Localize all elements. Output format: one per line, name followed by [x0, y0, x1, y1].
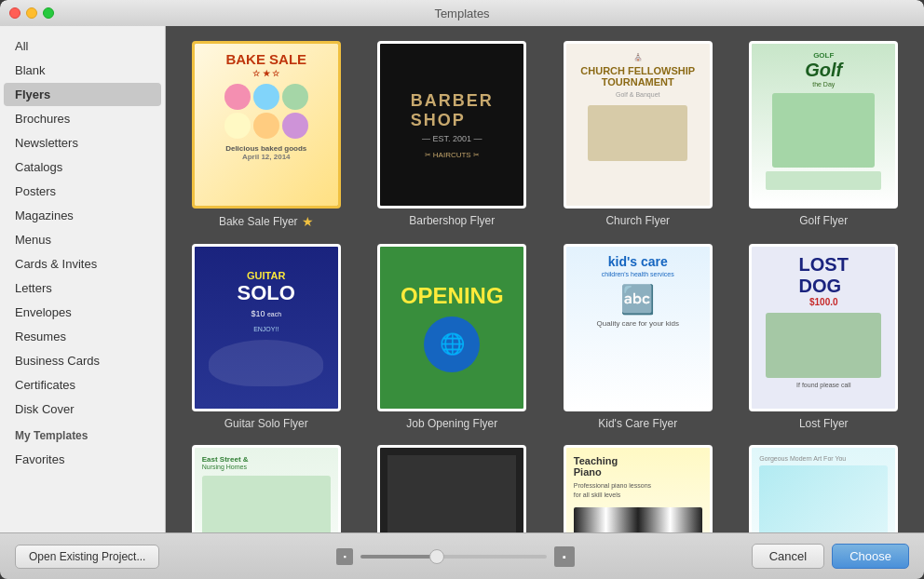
- thumbnail-size-slider[interactable]: [360, 555, 547, 559]
- sidebar-item-envelopes[interactable]: Envelopes: [4, 301, 161, 324]
- sidebar-item-newsletters[interactable]: Newsletters: [4, 131, 161, 155]
- template-thumbnail-lost: LOSTDOG $100.0 If found please call: [749, 244, 898, 411]
- template-card-nursing[interactable]: East Street & Nursing Homes Professional…: [181, 445, 352, 532]
- sidebar: AllBlankFlyersBrochuresNewslettersCatalo…: [0, 26, 166, 532]
- template-name-golf: Golf Flyer: [799, 214, 848, 227]
- window-controls: [9, 7, 54, 19]
- sidebar-item-blank[interactable]: Blank: [4, 59, 161, 82]
- large-thumb-icon: ▪: [554, 546, 575, 567]
- minimize-button[interactable]: [26, 7, 37, 19]
- sidebar-item-menus[interactable]: Menus: [4, 228, 161, 251]
- sidebar-item-my-templates[interactable]: My Templates: [4, 424, 161, 447]
- template-card-bake-sale[interactable]: BAKE SALE ☆ ★ ☆ Delicious baked goods Ap…: [181, 41, 352, 229]
- main-content: AllBlankFlyersBrochuresNewslettersCatalo…: [0, 26, 924, 532]
- sidebar-item-disk-cover[interactable]: Disk Cover: [4, 397, 161, 421]
- template-thumbnail-barbershop: BARBERSHOP — EST. 2001 — ✂ HAIRCUTS ✂: [377, 41, 526, 209]
- small-thumb-icon: ▪: [336, 548, 353, 565]
- template-card-barbershop[interactable]: BARBERSHOP — EST. 2001 — ✂ HAIRCUTS ✂ Ba…: [367, 41, 538, 229]
- action-buttons: Cancel Choose: [752, 544, 909, 569]
- sidebar-item-resumes[interactable]: Resumes: [4, 325, 161, 348]
- template-card-modern-art[interactable]: Gorgeous Modern Art For You Contemporary…: [739, 445, 910, 532]
- template-name-bake-sale: Bake Sale Flyer★: [219, 214, 314, 229]
- close-button[interactable]: [9, 7, 20, 19]
- titlebar: Templates: [0, 0, 924, 26]
- template-thumbnail-job-opening: OPENING 🌐: [377, 244, 526, 411]
- template-thumbnail-golf: GOLF Golf the Day: [749, 41, 898, 209]
- sidebar-item-all[interactable]: All: [4, 34, 161, 58]
- template-thumbnail-church: ⛪ CHURCH FELLOWSHIPTOURNAMENT Golf & Ban…: [564, 41, 713, 209]
- sidebar-item-magazines[interactable]: Magazines: [4, 204, 161, 227]
- template-thumbnail-nursing: East Street & Nursing Homes Professional…: [192, 445, 341, 532]
- template-card-church[interactable]: ⛪ CHURCH FELLOWSHIPTOURNAMENT Golf & Ban…: [552, 41, 724, 229]
- template-card-golf[interactable]: GOLF Golf the Day Golf Flyer: [739, 41, 910, 229]
- template-grid: BAKE SALE ☆ ★ ☆ Delicious baked goods Ap…: [166, 26, 924, 532]
- template-card-photo-exhibition[interactable]: PHOTO EXHIBITION March 3 - 8pm Photo Exh…: [367, 445, 538, 532]
- template-thumbnail-kids-care: kid's care children's health services 🔤 …: [564, 244, 713, 411]
- choose-button[interactable]: Choose: [832, 544, 909, 569]
- template-name-church: Church Flyer: [605, 214, 670, 227]
- open-existing-button[interactable]: Open Existing Project...: [15, 545, 159, 569]
- template-name-lost: Lost Flyer: [799, 417, 849, 430]
- sidebar-item-letters[interactable]: Letters: [4, 276, 161, 300]
- template-thumbnail-guitar-solo: GUITAR SOLO $10 each ENJOY!!: [192, 244, 341, 411]
- star-icon: ★: [302, 214, 314, 229]
- bottom-bar: Open Existing Project... ▪ ▪ Cancel Choo…: [0, 532, 924, 579]
- template-card-job-opening[interactable]: OPENING 🌐 Job Opening Flyer: [367, 244, 538, 430]
- thumbnail-size-slider-area: ▪ ▪: [336, 546, 575, 567]
- template-name-kids-care: Kid's Care Flyer: [598, 417, 677, 430]
- sidebar-item-business-cards[interactable]: Business Cards: [4, 349, 161, 372]
- template-name-guitar-solo: Guitar Solo Flyer: [224, 417, 308, 430]
- template-thumbnail-modern-art: Gorgeous Modern Art For You Contemporary…: [749, 445, 898, 532]
- template-thumbnail-teaching-piano: TeachingPiano Professional piano lessons…: [564, 445, 713, 532]
- template-name-job-opening: Job Opening Flyer: [406, 417, 497, 430]
- template-name-barbershop: Barbershop Flyer: [409, 214, 495, 227]
- sidebar-item-catalogs[interactable]: Catalogs: [4, 155, 161, 179]
- template-thumbnail-bake-sale: BAKE SALE ☆ ★ ☆ Delicious baked goods Ap…: [192, 41, 341, 209]
- template-card-guitar-solo[interactable]: GUITAR SOLO $10 each ENJOY!! Guitar Solo…: [181, 244, 352, 430]
- template-thumbnail-photo-exhibition: PHOTO EXHIBITION March 3 - 8pm: [377, 445, 526, 532]
- sidebar-item-certificates[interactable]: Certificates: [4, 373, 161, 397]
- sidebar-item-brochures[interactable]: Brochures: [4, 107, 161, 130]
- maximize-button[interactable]: [43, 7, 54, 19]
- sidebar-item-posters[interactable]: Posters: [4, 180, 161, 203]
- window-title: Templates: [434, 7, 489, 20]
- template-card-lost[interactable]: LOSTDOG $100.0 If found please call Lost…: [739, 244, 910, 430]
- sidebar-item-favorites[interactable]: Favorites: [4, 448, 161, 471]
- sidebar-item-cards-invites[interactable]: Cards & Invites: [4, 252, 161, 276]
- sidebar-item-flyers[interactable]: Flyers: [4, 83, 161, 106]
- template-card-kids-care[interactable]: kid's care children's health services 🔤 …: [552, 244, 724, 430]
- cancel-button[interactable]: Cancel: [752, 544, 824, 569]
- template-card-teaching-piano[interactable]: TeachingPiano Professional piano lessons…: [552, 445, 724, 532]
